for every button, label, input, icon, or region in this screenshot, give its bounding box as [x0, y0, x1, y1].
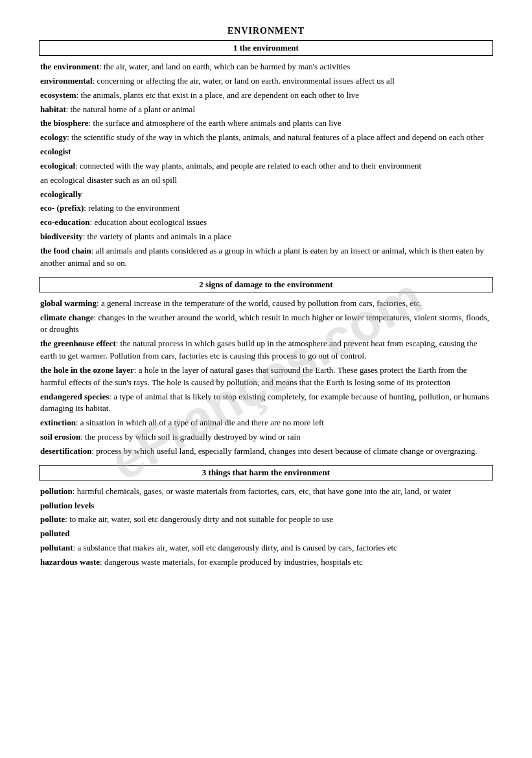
entry-biosphere: the biosphere: the surface and atmospher… [40, 117, 492, 130]
section-2-header: 2 signs of damage to the environment [39, 277, 493, 292]
term-pollute: pollute [40, 514, 65, 524]
entry-biodiversity: biodiversity: the variety of plants and … [40, 231, 492, 243]
entry-greenhouse-effect: the greenhouse effect: the natural proce… [40, 338, 492, 362]
term-ecologist: ecologist [40, 147, 71, 156]
def-pollutant: : a substance that makes air, water, soi… [73, 543, 397, 552]
entry-climate-change: climate change: changes in the weather a… [40, 312, 492, 337]
section-3-header: 3 things that harm the environment [39, 465, 493, 480]
def-environment: : the air, water, and land on earth, whi… [99, 62, 350, 71]
entry-pollution-levels: pollution levels [40, 500, 492, 512]
def-hazardous-waste: : dangerous waste materials, for example… [100, 557, 363, 567]
term-polluted: polluted [40, 528, 70, 538]
term-biosphere: the biosphere [40, 118, 89, 128]
term-ecosystem: ecosystem [40, 90, 76, 100]
entry-polluted: polluted [40, 528, 492, 540]
term-eco-education: eco-education [40, 217, 90, 227]
def-biodiversity: : the variety of plants and animals in a… [83, 231, 231, 241]
entry-habitat: habitat: the natural home of a plant or … [40, 104, 492, 116]
entry-eco-prefix: eco- (prefix): relating to the environme… [40, 202, 492, 215]
def-ecology: : the scientific study of the way in whi… [67, 132, 483, 142]
term-ecology: ecology [40, 132, 67, 142]
entry-extinction: extinction: a situation in which all of … [40, 417, 492, 429]
def-global-warming: : a general increase in the temperature … [97, 298, 422, 308]
term-desertification: desertification [40, 446, 91, 456]
entry-ecological: ecological: connected with the way plant… [40, 160, 492, 172]
def-eco-prefix: : relating to the environment [84, 203, 179, 213]
term-environmental: environmental [40, 76, 93, 86]
term-soil-erosion: soil erosion [40, 432, 80, 442]
term-biodiversity: biodiversity [40, 231, 83, 241]
entry-ecologist: ecologist [40, 146, 492, 158]
entry-desertification: desertification: process by which useful… [40, 445, 492, 458]
term-pollution: pollution [40, 486, 73, 496]
def-pollute: : to make air, water, soil etc dangerous… [65, 514, 333, 524]
entry-ecologically: ecologically [40, 189, 492, 201]
section-3: 3 things that harm the environment pollu… [39, 465, 493, 573]
def-habitat: : the natural home of a plant or animal [66, 104, 195, 114]
term-endangered-species: endangered species [40, 392, 109, 401]
def-environmental: : concerning or affecting the air, water… [93, 76, 395, 86]
section-1-content: the environment: the air, water, and lan… [39, 58, 493, 274]
def-food-chain: : all animals and plants considered as a… [40, 246, 484, 268]
term-eco-prefix: eco- (prefix) [40, 203, 84, 213]
entry-pollute: pollute: to make air, water, soil etc da… [40, 514, 492, 526]
entry-ecosystem: ecosystem: the animals, plants etc that … [40, 89, 492, 102]
def-pollution: : harmful chemicals, gases, or waste mat… [73, 486, 451, 496]
entry-pollutant: pollutant: a substance that makes air, w… [40, 542, 492, 554]
entry-ecology: ecology: the scientific study of the way… [40, 132, 492, 144]
term-habitat: habitat [40, 104, 66, 114]
document-content: 1 the environment the environment: the a… [39, 40, 493, 573]
term-environment: the environment [40, 62, 99, 71]
def-extinction: : a situation in which all of a type of … [76, 418, 324, 427]
term-pollutant: pollutant [40, 543, 73, 552]
term-extinction: extinction [40, 418, 76, 427]
def-eco-education: : education about ecological issues [90, 217, 207, 227]
term-food-chain: the food chain [40, 246, 91, 255]
entry-endangered-species: endangered species: a type of animal tha… [40, 391, 492, 416]
entry-ecological-example: an ecological disaster such as an oil sp… [40, 174, 492, 187]
term-climate-change: climate change [40, 313, 94, 322]
def-ecosystem: : the animals, plants etc that exist in … [76, 90, 359, 100]
term-pollution-levels: pollution levels [40, 501, 94, 510]
page-title: ENVIRONMENT [39, 26, 493, 36]
section-2-content: global warming: a general increase in th… [39, 295, 493, 462]
def-climate-change: : changes in the weather around the worl… [40, 313, 489, 335]
entry-hazardous-waste: hazardous waste: dangerous waste materia… [40, 556, 492, 569]
term-ecological: ecological [40, 161, 75, 171]
term-hazardous-waste: hazardous waste [40, 557, 100, 567]
entry-eco-education: eco-education: education about ecologica… [40, 217, 492, 229]
entry-environment: the environment: the air, water, and lan… [40, 61, 492, 73]
section-1: 1 the environment the environment: the a… [39, 40, 493, 274]
term-global-warming: global warming [40, 298, 97, 308]
entry-environmental: environmental: concerning or affecting t… [40, 75, 492, 88]
entry-pollution: pollution: harmful chemicals, gases, or … [40, 486, 492, 498]
def-ecological: : connected with the way plants, animals… [75, 161, 421, 171]
section-3-content: pollution: harmful chemicals, gases, or … [39, 483, 493, 573]
entry-global-warming: global warming: a general increase in th… [40, 298, 492, 310]
term-greenhouse-effect: the greenhouse effect [40, 338, 116, 348]
def-soil-erosion: : the process by which soil is gradually… [80, 432, 300, 442]
entry-soil-erosion: soil erosion: the process by which soil … [40, 431, 492, 444]
entry-ozone-layer: the hole in the ozone layer: a hole in t… [40, 364, 492, 389]
text-ecological-example: an ecological disaster such as an oil sp… [40, 175, 177, 185]
term-ozone-layer: the hole in the ozone layer [40, 365, 134, 375]
def-desertification: : process by which useful land, especial… [91, 446, 477, 456]
section-1-header: 1 the environment [39, 40, 493, 56]
term-ecologically: ecologically [40, 189, 82, 199]
section-2: 2 signs of damage to the environment glo… [39, 277, 493, 462]
entry-food-chain: the food chain: all animals and plants c… [40, 245, 492, 270]
def-biosphere: : the surface and atmosphere of the eart… [89, 118, 341, 128]
